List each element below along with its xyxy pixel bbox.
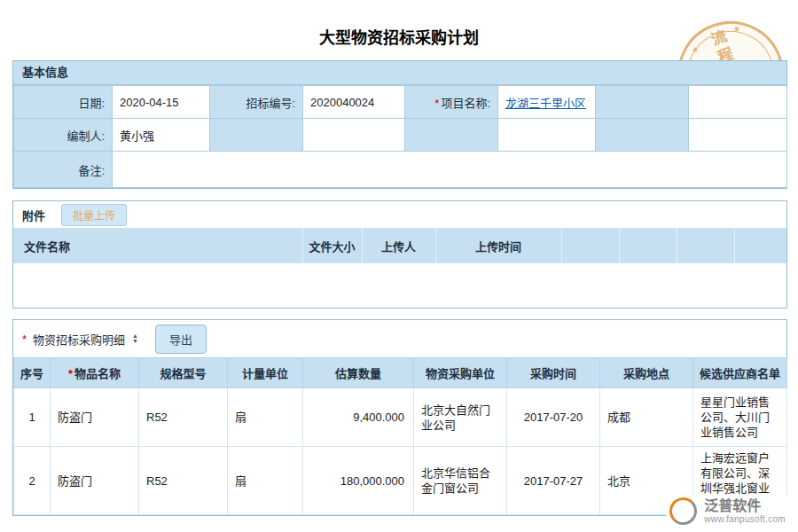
- col-model: 规格型号: [139, 358, 228, 388]
- vendor-url: www.fanpusoft.com: [704, 514, 786, 524]
- detail-toolbar: * 物资招标采购明细 ▲▼ 导出: [13, 320, 786, 357]
- col-estimated-qty: 估算数量: [303, 358, 414, 388]
- project-value-cell: 龙湖三千里小区: [498, 86, 596, 119]
- date-value: 2020-04-15: [113, 86, 210, 119]
- cell-estimated-qty: 9,400.000: [303, 388, 414, 447]
- detail-header-row: 序号 *物品名称 规格型号 计量单位 估算数量 物资采购单位 采购时间 采购地点…: [14, 358, 787, 388]
- empty-label-cell: [596, 119, 689, 152]
- attachments-empty-body: [13, 263, 786, 308]
- required-mark: *: [434, 97, 439, 110]
- vendor-name: 泛普软件: [704, 498, 786, 514]
- detail-section: * 物资招标采购明细 ▲▼ 导出 序号 *物品名称 规格型号 计量单位 估算数量…: [12, 319, 787, 516]
- cell-item-name: 防盗门: [51, 388, 139, 447]
- col-item-name: *物品名称: [51, 358, 139, 388]
- fanpu-logo-icon: [669, 497, 697, 525]
- attachments-header-row: 文件名称 文件大小 上传人 上传时间: [13, 228, 786, 263]
- col-uploader: 上传人: [362, 228, 435, 263]
- vendor-text-block: 泛普软件 www.fanpusoft.com: [704, 498, 786, 524]
- remark-label: 备注:: [14, 152, 113, 188]
- sort-icon[interactable]: ▲▼: [132, 333, 138, 344]
- cell-purchase-time: 2017-07-20: [507, 388, 600, 447]
- col-empty: [619, 228, 677, 263]
- page-title: 大型物资招标采购计划: [0, 25, 798, 48]
- basic-info-row-remark: 备注:: [14, 152, 787, 188]
- empty-label-cell: [405, 119, 498, 152]
- cell-estimated-qty: 180,000.000: [303, 447, 414, 515]
- attachments-section: 附件 批量上传 文件名称 文件大小 上传人 上传时间: [12, 200, 787, 309]
- sort-down-icon: ▼: [132, 339, 138, 344]
- cell-unit: 扇: [228, 388, 303, 447]
- cell-purchase-unit: 北京大自然门业公司: [414, 388, 507, 447]
- col-item-name-text: 物品名称: [74, 367, 121, 380]
- remark-value: [113, 152, 787, 188]
- cell-purchase-time: 2017-07-27: [507, 447, 600, 515]
- basic-info-section-title: 基本信息: [13, 61, 786, 85]
- col-file-size: 文件大小: [302, 228, 362, 263]
- col-empty: [677, 228, 734, 263]
- attachments-table: 文件名称 文件大小 上传人 上传时间: [13, 228, 786, 263]
- empty-label-cell: [210, 119, 303, 152]
- empty-value-cell: [303, 119, 405, 152]
- cell-candidate-suppliers: 星星门业销售公司、大川门业销售公司: [693, 388, 787, 447]
- detail-row: 1 防盗门 R52 扇 9,400.000 北京大自然门业公司 2017-07-…: [14, 388, 787, 447]
- basic-info-row-2: 编制人: 黄小强: [14, 119, 787, 152]
- col-seq: 序号: [14, 358, 51, 388]
- bid-no-value: 2020040024: [303, 86, 405, 119]
- attachments-section-title: 附件: [22, 207, 45, 223]
- cell-model: R52: [139, 447, 228, 515]
- basic-info-table: 日期: 2020-04-15 招标编号: 2020040024 *项目名称: 龙…: [13, 85, 787, 188]
- basic-info-row-1: 日期: 2020-04-15 招标编号: 2020040024 *项目名称: 龙…: [14, 86, 787, 119]
- project-link[interactable]: 龙湖三千里小区: [505, 97, 586, 110]
- creator-value: 黄小强: [113, 119, 210, 152]
- cell-seq: 2: [14, 447, 51, 515]
- col-candidate-suppliers: 候选供应商名单: [693, 358, 787, 388]
- basic-info-section: 基本信息 日期: 2020-04-15 招标编号: 2020040024 *项目…: [12, 60, 787, 189]
- empty-value-cell: [689, 119, 787, 152]
- project-label: *项目名称:: [405, 86, 498, 119]
- col-purchase-time: 采购时间: [507, 358, 600, 388]
- col-upload-time: 上传时间: [435, 228, 561, 263]
- col-purchase-place: 采购地点: [600, 358, 693, 388]
- date-label: 日期:: [14, 86, 113, 119]
- empty-value-cell: [689, 86, 787, 119]
- col-purchase-unit: 物资采购单位: [414, 358, 507, 388]
- batch-upload-button[interactable]: 批量上传: [61, 204, 127, 226]
- empty-label-cell: [596, 86, 689, 119]
- cell-unit: 扇: [228, 447, 303, 515]
- empty-value-cell: [498, 119, 596, 152]
- bid-no-label: 招标编号:: [210, 86, 303, 119]
- project-label-text: 项目名称:: [441, 97, 490, 110]
- col-empty: [734, 228, 786, 263]
- vendor-logo: 泛普软件 www.fanpusoft.com: [666, 496, 789, 527]
- creator-label: 编制人:: [14, 119, 113, 152]
- required-mark: *: [68, 367, 73, 380]
- col-file-name: 文件名称: [13, 228, 302, 263]
- cell-item-name: 防盗门: [51, 447, 139, 515]
- cell-model: R52: [139, 388, 228, 447]
- col-unit: 计量单位: [228, 358, 303, 388]
- cell-purchase-unit: 北京华信铝合金门窗公司: [414, 447, 507, 515]
- attachments-toolbar: 附件 批量上传: [13, 201, 786, 228]
- detail-section-title: 物资招标采购明细: [33, 331, 125, 348]
- col-empty: [561, 228, 619, 263]
- cell-purchase-place: 成都: [600, 388, 693, 447]
- required-mark: *: [22, 332, 27, 346]
- export-button[interactable]: 导出: [155, 325, 207, 354]
- cell-seq: 1: [14, 388, 51, 447]
- detail-table: 序号 *物品名称 规格型号 计量单位 估算数量 物资采购单位 采购时间 采购地点…: [13, 357, 787, 515]
